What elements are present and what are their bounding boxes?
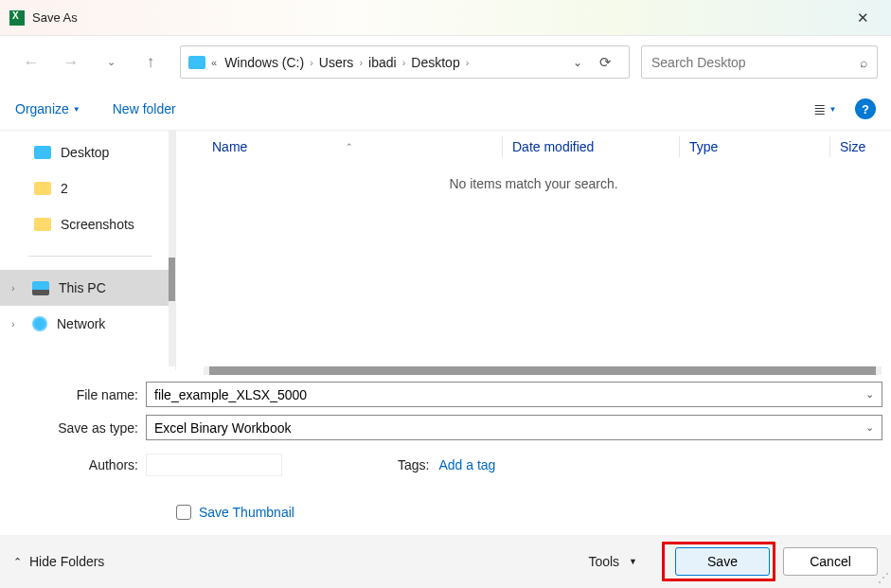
navigation-row: ← → ⌄ ↑ « Windows (C:) › Users › ibadi ›… (0, 36, 891, 88)
chevron-down-icon: ▼ (829, 105, 837, 114)
breadcrumb-overflow-icon[interactable]: « (211, 57, 217, 68)
organize-label: Organize (15, 101, 69, 116)
tools-label: Tools (588, 554, 619, 569)
main-area: Desktop 2 Screenshots › This PC › Networ… (0, 130, 891, 370)
sidebar-item-label: This PC (59, 280, 106, 295)
view-options-button[interactable]: ≣▼ (813, 98, 836, 120)
new-folder-label: New folder (113, 101, 176, 116)
chevron-right-icon[interactable]: › (357, 57, 365, 68)
window-title: Save As (32, 10, 844, 25)
pc-icon (32, 281, 49, 295)
column-headers: Name ⌃ Date modified Type Size (176, 131, 891, 163)
breadcrumb-dropdown[interactable]: ⌄ (565, 56, 590, 69)
sidebar-item-label: Desktop (61, 145, 109, 160)
column-header-size[interactable]: Size (840, 139, 891, 154)
breadcrumb-item-user[interactable]: ibadi (365, 55, 401, 70)
divider (28, 256, 152, 257)
titlebar: Save As ✕ (0, 0, 891, 36)
sidebar: Desktop 2 Screenshots › This PC › Networ… (0, 131, 175, 370)
authors-label: Authors: (0, 457, 146, 472)
footer: ⌃ Hide Folders Tools ▼ Save Cancel ⋰ (0, 535, 891, 588)
save-thumbnail-label: Save Thumbnail (199, 505, 294, 520)
refresh-button[interactable]: ⟳ (590, 54, 621, 71)
chevron-right-icon[interactable]: › (308, 57, 315, 68)
help-button[interactable]: ? (855, 98, 876, 119)
folder-icon (34, 146, 51, 159)
search-box[interactable]: ⌕ (641, 45, 878, 79)
organize-button[interactable]: Organize ▼ (15, 101, 80, 116)
recent-locations-button[interactable]: ⌄ (93, 45, 129, 80)
sidebar-item-this-pc[interactable]: › This PC (0, 270, 175, 306)
resize-grip[interactable]: ⋰ (878, 575, 889, 586)
column-header-type[interactable]: Type (689, 139, 829, 154)
search-icon[interactable]: ⌕ (860, 55, 867, 70)
authors-input[interactable] (146, 454, 282, 476)
breadcrumb-item-drive[interactable]: Windows (C:) (221, 55, 308, 70)
sidebar-item-2[interactable]: 2 (0, 170, 175, 206)
filename-input[interactable] (154, 387, 865, 402)
hide-folders-label: Hide Folders (29, 554, 104, 569)
sidebar-item-desktop[interactable]: Desktop (0, 134, 175, 170)
chevron-right-icon[interactable]: › (464, 57, 472, 68)
forward-button[interactable]: → (53, 45, 89, 80)
sort-indicator-icon: ⌃ (346, 142, 353, 151)
form-area: File name: ⌄ Save as type: Excel Binary … (0, 370, 891, 526)
chevron-right-icon[interactable]: › (11, 282, 23, 294)
column-header-date[interactable]: Date modified (512, 139, 679, 154)
save-thumbnail-checkbox[interactable] (176, 505, 191, 520)
folder-icon (34, 218, 51, 231)
column-separator[interactable] (502, 136, 503, 157)
saveastype-label: Save as type: (0, 420, 146, 436)
save-highlight: Save (662, 542, 775, 581)
chevron-down-icon[interactable]: ⌄ (865, 388, 874, 401)
search-input[interactable] (651, 55, 860, 70)
sidebar-item-label: Network (57, 316, 105, 331)
column-label: Name (212, 139, 247, 154)
chevron-down-icon: ▼ (73, 105, 80, 114)
chevron-up-icon: ⌃ (13, 556, 22, 568)
back-button[interactable]: ← (13, 45, 49, 80)
sidebar-item-network[interactable]: › Network (0, 306, 175, 342)
drive-icon (188, 56, 205, 69)
network-icon (32, 316, 47, 331)
tags-label: Tags: (398, 457, 429, 472)
chevron-right-icon[interactable]: › (11, 318, 23, 330)
chevron-right-icon[interactable]: › (401, 57, 408, 68)
saveastype-combo[interactable]: Excel Binary Workbook ⌄ (146, 415, 882, 440)
filename-combo[interactable]: ⌄ (146, 382, 882, 407)
breadcrumb-item-desktop[interactable]: Desktop (407, 55, 463, 70)
folder-icon (34, 182, 51, 195)
sidebar-item-label: 2 (61, 181, 68, 196)
chevron-down-icon[interactable]: ⌄ (865, 421, 874, 434)
empty-message: No items match your search. (176, 163, 891, 191)
breadcrumb-item-users[interactable]: Users (315, 55, 358, 70)
chevron-down-icon: ▼ (629, 557, 637, 566)
sidebar-scrollbar-thumb[interactable] (169, 258, 175, 301)
hide-folders-button[interactable]: ⌃ Hide Folders (13, 554, 104, 569)
column-header-name[interactable]: Name ⌃ (212, 139, 502, 154)
close-button[interactable]: ✕ (844, 4, 882, 32)
cancel-button[interactable]: Cancel (783, 547, 878, 576)
breadcrumb[interactable]: « Windows (C:) › Users › ibadi › Desktop… (180, 45, 630, 79)
saveastype-value: Excel Binary Workbook (154, 420, 865, 436)
content-area: Name ⌃ Date modified Type Size No items … (175, 131, 891, 370)
filename-label: File name: (0, 387, 146, 402)
up-button[interactable]: ↑ (133, 45, 169, 80)
column-separator[interactable] (679, 136, 680, 157)
excel-icon (9, 10, 25, 26)
add-tag-link[interactable]: Add a tag (438, 457, 495, 472)
save-button[interactable]: Save (675, 547, 770, 576)
sidebar-item-screenshots[interactable]: Screenshots (0, 206, 175, 242)
sidebar-scrollbar[interactable] (169, 131, 175, 366)
save-thumbnail-row[interactable]: Save Thumbnail (0, 476, 882, 520)
tools-button[interactable]: Tools ▼ (588, 554, 637, 569)
sidebar-item-label: Screenshots (61, 217, 134, 232)
toolbar: Organize ▼ New folder ≣▼ ? (0, 88, 891, 130)
column-separator[interactable] (829, 136, 830, 157)
new-folder-button[interactable]: New folder (113, 101, 176, 116)
